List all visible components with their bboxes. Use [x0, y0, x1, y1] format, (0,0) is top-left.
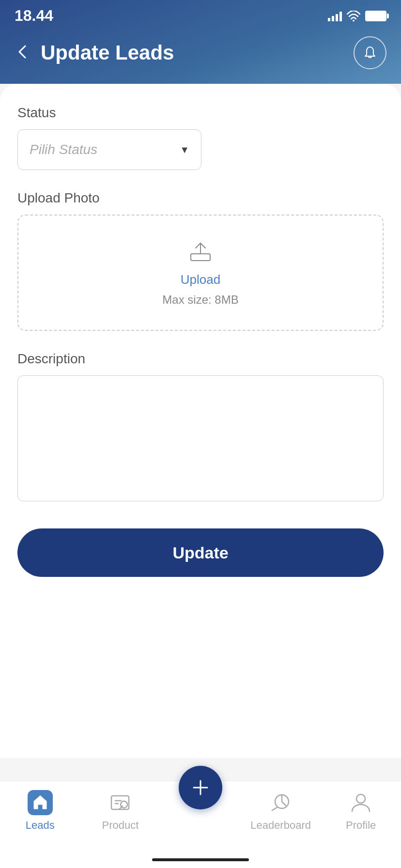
notification-button[interactable]	[354, 36, 386, 69]
upload-photo-label: Upload Photo	[17, 190, 384, 206]
description-label: Description	[17, 351, 384, 367]
description-section: Description	[17, 351, 384, 503]
battery-icon	[365, 11, 386, 21]
status-section: Status Pilih Status ▼	[17, 105, 384, 170]
upload-area[interactable]: Upload Max size: 8MB	[17, 215, 384, 331]
svg-rect-1	[191, 254, 210, 261]
fab-container	[160, 790, 241, 809]
nav-bar: Update Leads	[0, 30, 401, 84]
header: 18.44 Update Leads	[0, 0, 401, 84]
profile-label: Profile	[346, 819, 376, 832]
upload-hint: Max size: 8MB	[162, 293, 238, 307]
upload-photo-section: Upload Photo Upload Max size: 8MB	[17, 190, 384, 331]
nav-item-product[interactable]: Product	[80, 790, 161, 832]
leads-icon	[28, 790, 53, 815]
status-icons	[328, 11, 386, 21]
status-dropdown[interactable]: Pilih Status ▼	[17, 129, 201, 170]
update-button[interactable]: Update	[17, 528, 384, 577]
page-title: Update Leads	[41, 41, 174, 64]
leads-label: Leads	[26, 819, 55, 832]
product-icon	[108, 790, 133, 815]
nav-item-profile[interactable]: Profile	[321, 790, 401, 832]
leaderboard-icon	[268, 790, 293, 815]
content-area: Status Pilih Status ▼ Upload Photo Uploa…	[0, 84, 401, 758]
status-time: 18.44	[15, 7, 53, 25]
nav-item-leads[interactable]: Leads	[0, 790, 80, 832]
home-indicator	[152, 858, 249, 861]
status-bar: 18.44	[0, 0, 401, 30]
product-label: Product	[102, 819, 139, 832]
status-label: Status	[17, 105, 384, 121]
fab-button[interactable]	[179, 766, 222, 809]
profile-icon	[348, 790, 373, 815]
svg-point-0	[353, 20, 355, 21]
svg-point-9	[356, 794, 365, 803]
nav-left: Update Leads	[15, 41, 174, 64]
description-input[interactable]	[17, 375, 384, 501]
upload-link[interactable]: Upload	[181, 272, 220, 287]
bottom-nav: Leads Product	[0, 781, 401, 868]
back-button[interactable]	[15, 43, 32, 63]
signal-icon	[328, 11, 342, 21]
leaderboard-label: Leaderboard	[250, 819, 311, 832]
status-placeholder: Pilih Status	[30, 142, 97, 157]
svg-rect-2	[39, 806, 42, 809]
upload-icon	[188, 239, 213, 266]
wifi-icon	[347, 11, 360, 21]
nav-item-leaderboard[interactable]: Leaderboard	[241, 790, 321, 832]
chevron-down-icon: ▼	[180, 144, 189, 155]
